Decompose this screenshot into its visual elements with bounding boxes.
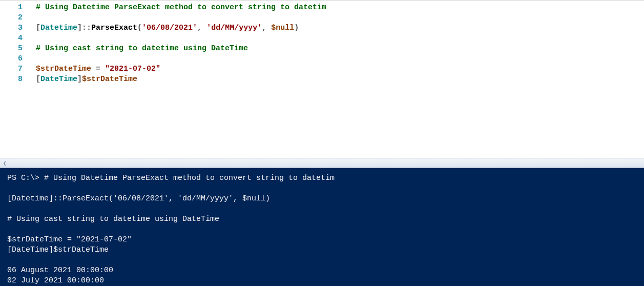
- line-number: 1: [0, 3, 29, 13]
- code-line[interactable]: # Using cast string to datetime using Da…: [36, 44, 644, 54]
- code-token: (: [137, 24, 142, 32]
- code-token: $null: [271, 24, 294, 32]
- code-token: ]::: [77, 24, 91, 32]
- code-token: ParseExact: [91, 24, 137, 32]
- code-token: # Using cast string to datetime using Da…: [36, 44, 248, 53]
- code-token: ,: [197, 24, 206, 32]
- code-token: "2021-07-02": [105, 65, 160, 73]
- console-line: [7, 183, 637, 194]
- line-number: 6: [0, 54, 29, 64]
- chevron-left-icon: ❮: [3, 160, 7, 167]
- line-number: 3: [0, 23, 29, 33]
- console-line: 06 August 2021 00:00:00: [7, 265, 637, 276]
- console-line: [7, 224, 637, 235]
- console-line: $strDateTime = "2021-07-02": [7, 235, 637, 245]
- console-line: [7, 255, 637, 265]
- code-token: ,: [262, 24, 271, 32]
- console-line: PS C:\> # Using Datetime ParseExact meth…: [7, 173, 637, 183]
- code-token: DateTime: [40, 75, 77, 84]
- pane-splitter[interactable]: ❮: [0, 158, 644, 168]
- code-token: =: [91, 65, 105, 73]
- console-line: [7, 204, 637, 214]
- code-token: ]: [77, 75, 82, 84]
- console-line: [Datetime]::ParseExact('06/08/2021', 'dd…: [7, 194, 637, 204]
- code-token: 'dd/MM/yyyy': [206, 24, 262, 32]
- code-line[interactable]: # Using Datetime ParseExact method to co…: [36, 3, 644, 13]
- line-number: 2: [0, 13, 29, 23]
- line-number: 5: [0, 44, 29, 54]
- code-token: $strDateTime: [36, 65, 91, 73]
- code-line[interactable]: $strDateTime = "2021-07-02": [36, 64, 644, 74]
- code-token: # Using Datetime ParseExact method to co…: [36, 3, 326, 12]
- code-token: Datetime: [40, 24, 77, 32]
- line-number: 4: [0, 33, 29, 44]
- line-number-gutter: 12345678: [0, 1, 29, 158]
- code-line[interactable]: [36, 54, 644, 64]
- code-token: '06/08/2021': [142, 24, 197, 32]
- code-token: [: [36, 24, 40, 32]
- line-number: 7: [0, 64, 29, 74]
- code-editor-area[interactable]: # Using Datetime ParseExact method to co…: [29, 1, 644, 158]
- line-number: 8: [0, 74, 29, 85]
- code-token: ): [294, 24, 299, 32]
- code-token: $strDateTime: [82, 75, 137, 84]
- console-line: # Using cast string to datetime using Da…: [7, 214, 637, 224]
- console-line: 02 July 2021 00:00:00: [7, 276, 637, 286]
- console-line: [DateTime]$strDateTime: [7, 245, 637, 255]
- code-line[interactable]: [Datetime]::ParseExact('06/08/2021', 'dd…: [36, 23, 644, 33]
- code-line[interactable]: [36, 33, 644, 44]
- code-token: [: [36, 75, 40, 84]
- code-line[interactable]: [DateTime]$strDateTime: [36, 74, 644, 85]
- code-line[interactable]: [36, 13, 644, 23]
- console-output-pane[interactable]: PS C:\> # Using Datetime ParseExact meth…: [0, 168, 644, 286]
- script-editor-pane[interactable]: 12345678 # Using Datetime ParseExact met…: [0, 0, 644, 158]
